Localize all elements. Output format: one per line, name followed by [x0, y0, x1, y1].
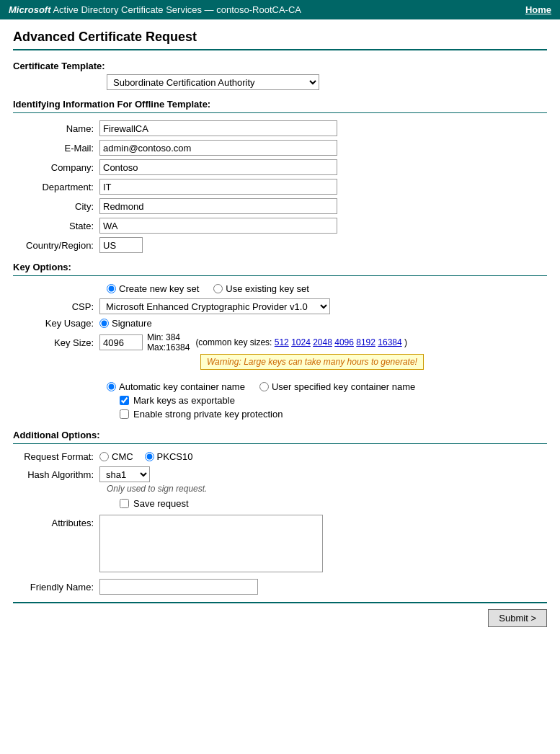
- key-size-warning: Warning: Large keys can take many hours …: [200, 354, 424, 370]
- key-size-minmax: Min: 384 Max:16384: [147, 332, 190, 352]
- state-row: State:: [13, 218, 547, 234]
- department-row: Department:: [13, 179, 547, 195]
- key-usage-row: Key Usage: Signature: [13, 318, 547, 329]
- save-request-label[interactable]: Save request: [133, 498, 189, 509]
- cmc-option-label[interactable]: CMC: [99, 451, 133, 462]
- hash-algorithm-row: Hash Algorithm: sha1: [13, 466, 547, 482]
- key-size-2048-link[interactable]: 2048: [313, 337, 332, 347]
- enable-strong-protection-checkbox[interactable]: [120, 409, 129, 419]
- attributes-textarea[interactable]: [99, 515, 323, 572]
- friendly-name-label: Friendly Name:: [13, 582, 99, 593]
- name-label: Name:: [13, 123, 99, 134]
- friendly-name-row: Friendly Name:: [13, 579, 547, 595]
- company-input[interactable]: [99, 159, 337, 175]
- page-header: Microsoft Active Directory Certificate S…: [0, 0, 560, 19]
- header-title: Microsoft Active Directory Certificate S…: [9, 4, 301, 15]
- company-label: Company:: [13, 162, 99, 173]
- csp-select[interactable]: Microsoft Enhanced Cryptographic Provide…: [99, 298, 330, 314]
- name-input[interactable]: [99, 120, 337, 136]
- attributes-row: Attributes:: [13, 515, 547, 575]
- cert-template-row: Subordinate Certification Authority: [107, 74, 547, 90]
- additional-options-section: Additional Options: Request Format: CMC …: [13, 430, 547, 595]
- city-label: City:: [13, 201, 99, 212]
- department-input[interactable]: [99, 179, 337, 195]
- page-content: Advanced Certificate Request Certificate…: [0, 19, 560, 637]
- name-row: Name:: [13, 120, 547, 136]
- key-usage-signature-radio[interactable]: [99, 319, 109, 328]
- hash-algorithm-label: Hash Algorithm:: [13, 469, 99, 480]
- auto-container-radio[interactable]: [107, 382, 116, 391]
- department-label: Department:: [13, 182, 99, 192]
- pkcs10-option-label[interactable]: PKCS10: [145, 451, 193, 462]
- attributes-label: Attributes:: [13, 515, 99, 528]
- mark-exportable-label[interactable]: Mark keys as exportable: [133, 395, 235, 406]
- city-input[interactable]: [99, 198, 337, 214]
- key-usage-label: Key Usage:: [13, 318, 99, 329]
- email-row: E-Mail:: [13, 140, 547, 156]
- create-new-key-radio[interactable]: [107, 284, 116, 293]
- save-request-checkbox[interactable]: [120, 499, 129, 508]
- user-container-radio[interactable]: [259, 382, 269, 391]
- submit-area: Submit >: [13, 602, 547, 627]
- cert-template-select[interactable]: Subordinate Certification Authority: [107, 74, 319, 90]
- email-label: E-Mail:: [13, 143, 99, 154]
- key-size-input[interactable]: [99, 334, 143, 350]
- hash-note: Only used to sign request.: [107, 484, 547, 494]
- country-label: Country/Region:: [13, 240, 99, 251]
- key-size-8192-link[interactable]: 8192: [356, 337, 375, 347]
- identifying-info-divider: [13, 112, 547, 113]
- brand-name: Microsoft: [9, 4, 51, 15]
- user-container-label[interactable]: User specified key container name: [259, 381, 415, 392]
- key-size-common-sizes: (common key sizes: 512 1024 2048 4096 81…: [195, 337, 407, 347]
- use-existing-key-radio[interactable]: [213, 284, 223, 293]
- additional-options-divider: [13, 443, 547, 444]
- friendly-name-input[interactable]: [99, 579, 258, 595]
- key-size-16384-link[interactable]: 16384: [378, 337, 401, 347]
- key-usage-signature-label[interactable]: Signature: [99, 318, 152, 329]
- cert-template-label: Certificate Template:: [13, 61, 547, 71]
- mark-exportable-row: Mark keys as exportable: [120, 395, 547, 406]
- key-size-label: Key Size:: [13, 337, 99, 348]
- csp-label: CSP:: [13, 301, 99, 312]
- request-format-row: Request Format: CMC PKCS10: [13, 451, 547, 462]
- request-format-label: Request Format:: [13, 451, 99, 462]
- key-options-section: Key Options: Create new key set Use exis…: [13, 262, 547, 420]
- pkcs10-radio[interactable]: [145, 452, 154, 461]
- key-set-row: Create new key set Use existing key set: [107, 283, 547, 294]
- email-input[interactable]: [99, 140, 337, 156]
- container-name-row: Automatic key container name User specif…: [107, 381, 547, 392]
- company-row: Company:: [13, 159, 547, 175]
- state-input[interactable]: [99, 218, 337, 234]
- use-existing-key-label[interactable]: Use existing key set: [213, 283, 309, 294]
- key-size-warning-wrapper: Warning: Large keys can take many hours …: [107, 354, 547, 376]
- save-request-row: Save request: [120, 498, 547, 509]
- key-size-4096-link[interactable]: 4096: [334, 337, 354, 347]
- enable-strong-protection-label[interactable]: Enable strong private key protection: [133, 409, 283, 420]
- cmc-radio[interactable]: [99, 452, 109, 461]
- city-row: City:: [13, 198, 547, 214]
- mark-exportable-checkbox[interactable]: [120, 396, 129, 405]
- identifying-info-title: Identifying Information For Offline Temp…: [13, 99, 547, 110]
- submit-button[interactable]: Submit >: [488, 609, 547, 627]
- key-size-row: Key Size: Min: 384 Max:16384 (common key…: [13, 332, 547, 352]
- hash-algorithm-select[interactable]: sha1: [99, 466, 150, 482]
- create-new-key-label[interactable]: Create new key set: [107, 283, 199, 294]
- country-input[interactable]: [99, 237, 143, 253]
- key-options-title: Key Options:: [13, 262, 547, 272]
- key-size-512-link[interactable]: 512: [275, 337, 289, 347]
- country-row: Country/Region:: [13, 237, 547, 253]
- auto-container-label[interactable]: Automatic key container name: [107, 381, 245, 392]
- attributes-textarea-wrapper: [99, 515, 323, 575]
- csp-row: CSP: Microsoft Enhanced Cryptographic Pr…: [13, 298, 547, 314]
- state-label: State:: [13, 221, 99, 231]
- page-title: Advanced Certificate Request: [13, 30, 547, 45]
- key-size-1024-link[interactable]: 1024: [291, 337, 311, 347]
- enable-strong-protection-row: Enable strong private key protection: [120, 409, 547, 420]
- home-link[interactable]: Home: [525, 4, 551, 15]
- header-app-title: Active Directory Certificate Services — …: [51, 4, 302, 15]
- additional-options-title: Additional Options:: [13, 430, 547, 440]
- key-options-divider: [13, 275, 547, 276]
- page-divider: [13, 49, 547, 50]
